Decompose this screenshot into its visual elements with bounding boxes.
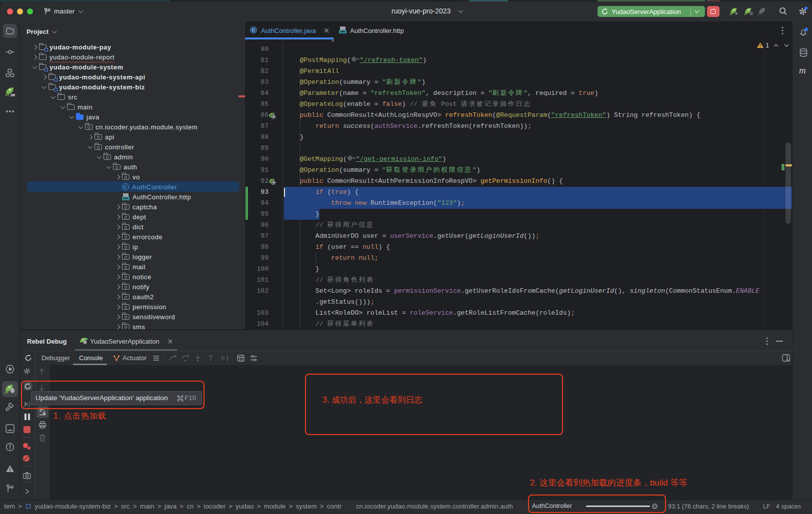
svg-text:JR: JR (10, 93, 15, 97)
